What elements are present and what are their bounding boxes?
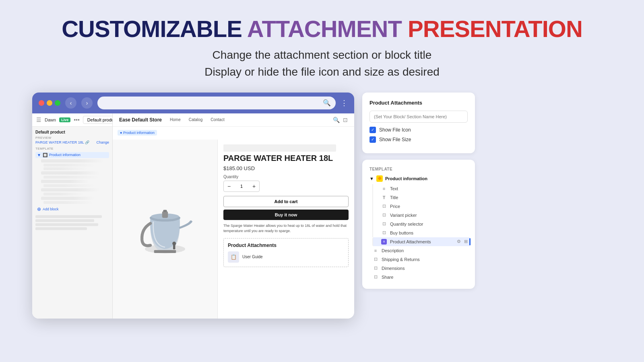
- show-file-size-checkbox[interactable]: ✓: [369, 136, 376, 143]
- description-label: Description: [382, 248, 404, 253]
- show-file-icon-checkbox[interactable]: ✓: [369, 127, 376, 133]
- store-content: PARGE WATER HEATER 18L $185.00 USD Quant…: [113, 140, 354, 319]
- store-search-icon[interactable]: 🔍: [333, 117, 340, 123]
- tree-child-text[interactable]: ≡ Text: [372, 184, 468, 193]
- block-name-input[interactable]: [369, 111, 468, 123]
- show-file-icon-label: Show File Icon: [379, 127, 411, 133]
- chevron-down-icon: ▼: [37, 153, 41, 157]
- attachment-item[interactable]: 📋 User Guide: [228, 251, 344, 263]
- sidebar-icon: ☰: [36, 117, 41, 123]
- store-preview: Ease Default Store Home Catalog Contact …: [113, 113, 354, 319]
- browser-mockup: ‹ › 🔍 ⋮ ☰ Dawn Live ••• Defau: [32, 93, 354, 319]
- tree-child-product-attachments[interactable]: A Product Attachments ⚙ ⊞: [372, 237, 470, 246]
- quantity-child-icon: ⊡: [381, 221, 387, 227]
- product-info-parent[interactable]: ▼ 🔶 Product information: [369, 175, 468, 182]
- template-select[interactable]: Default product: [83, 116, 113, 124]
- preview-link[interactable]: PARGE WATER HEATER 18L 🔗 Change: [35, 140, 109, 144]
- buy-now-button[interactable]: Buy it now: [223, 210, 349, 220]
- plus-icon: ⊕: [37, 206, 41, 212]
- tree-child-shipping[interactable]: ⊡ Shipping & Returns: [369, 255, 468, 264]
- share-label: Share: [382, 275, 393, 280]
- close-traffic-light[interactable]: [39, 100, 44, 106]
- title-word-2: ATTACHMENT: [247, 16, 402, 42]
- product-title-blur-1: [223, 144, 336, 152]
- editor-sidebar: ☰ Dawn Live ••• Default product ⊡ ↩ ↪ Sa…: [32, 113, 113, 319]
- sidebar-content: Default product PREVIEW PARGE WATER HEAT…: [32, 127, 112, 234]
- svg-rect-4: [163, 210, 167, 212]
- product-info-parent-icon: 🔶: [376, 175, 383, 182]
- template-card: TEMPLATE ▼ 🔶 Product information ≡ Text …: [362, 160, 475, 289]
- store-resize-icon: ⊡: [343, 117, 348, 123]
- add-to-cart-button[interactable]: Add to cart: [223, 196, 349, 207]
- change-link[interactable]: Change: [96, 140, 109, 144]
- product-attachments-card: Product Attachments ✓ Show File Icon ✓ S…: [362, 93, 475, 153]
- product-image: [121, 185, 209, 273]
- product-description: The Sparge Water Heater allows you to he…: [223, 223, 349, 234]
- tree-child-dimensions[interactable]: ⊡ Dimensions: [369, 264, 468, 273]
- quantity-selector[interactable]: − 1 +: [223, 181, 260, 192]
- subtitle: Change the attachment section or block t…: [62, 47, 582, 80]
- live-badge: Live: [59, 117, 70, 122]
- shipping-icon: ⊡: [373, 257, 378, 262]
- product-attachments-tree-label: Product Attachments: [390, 239, 431, 244]
- variant-child-icon: ⊡: [381, 212, 387, 218]
- drag-handle-icon[interactable]: ⊞: [464, 239, 468, 244]
- chevron-down-icon: ▼: [369, 176, 374, 181]
- nav-catalog[interactable]: Catalog: [189, 117, 202, 122]
- tree-child-title[interactable]: T Title: [372, 193, 468, 202]
- minimize-traffic-light[interactable]: [47, 100, 52, 106]
- tree-child-price[interactable]: ⊡ Price: [372, 202, 468, 211]
- preview-label: PREVIEW: [35, 136, 109, 140]
- forward-button[interactable]: ›: [81, 97, 93, 109]
- product-info-parent-label: Product information: [385, 176, 427, 181]
- back-button[interactable]: ‹: [65, 97, 76, 109]
- nav-home[interactable]: Home: [170, 117, 181, 122]
- product-image-area: [113, 140, 217, 319]
- attachment-name: User Guide: [242, 255, 263, 259]
- buy-buttons-icon: ⊡: [381, 230, 387, 236]
- store-logo: Ease Default Store: [119, 117, 162, 123]
- tree-child-description[interactable]: ≡ Description: [369, 246, 468, 255]
- quantity-value: 1: [234, 184, 249, 189]
- tree-child-buy-buttons[interactable]: ⊡ Buy buttons: [372, 228, 468, 237]
- template-card-label: TEMPLATE: [369, 167, 468, 171]
- title-word-1: CUSTOMIZABLE: [62, 16, 242, 42]
- content-area: ‹ › 🔍 ⋮ ☰ Dawn Live ••• Defau: [0, 93, 644, 319]
- template-tree-right: ▼ 🔶 Product information ≡ Text T Title ⊡…: [369, 175, 468, 282]
- traffic-lights: [39, 100, 60, 106]
- add-block-button[interactable]: ⊕ Add block: [35, 206, 109, 212]
- nav-contact[interactable]: Contact: [211, 117, 224, 122]
- header-section: CUSTOMIZABLE ATTACHMENT PRESENTATION Cha…: [54, 0, 590, 93]
- product-info-tag: ● Product information: [118, 130, 157, 136]
- browser-menu-button[interactable]: ⋮: [341, 99, 348, 107]
- price-child-icon: ⊡: [381, 204, 387, 209]
- shipping-label: Shipping & Returns: [382, 257, 420, 262]
- show-file-size-label: Show File Size: [379, 137, 411, 142]
- title-child-label: Title: [390, 195, 398, 200]
- buy-buttons-label: Buy buttons: [390, 230, 413, 235]
- default-product-label: Default product: [35, 130, 109, 134]
- svg-rect-5: [154, 250, 176, 253]
- title-child-icon: T: [381, 195, 387, 200]
- dimensions-label: Dimensions: [382, 266, 405, 271]
- editor-topbar: ☰ Dawn Live ••• Default product ⊡ ↩ ↪ Sa…: [32, 113, 112, 127]
- product-price: $185.00 USD: [223, 165, 349, 171]
- attachments-section: Product Attachments 📋 User Guide: [223, 238, 349, 267]
- product-attachments-card-title: Product Attachments: [369, 100, 468, 106]
- tree-child-share[interactable]: ⊡ Share: [369, 273, 468, 282]
- quantity-decrease-button[interactable]: −: [224, 181, 234, 191]
- gear-icon[interactable]: ⚙: [457, 239, 461, 244]
- product-information-tree-item[interactable]: ▼ 🔲 Product information: [35, 152, 109, 158]
- tree-child-quantity[interactable]: ⊡ Quantity selector: [372, 220, 468, 228]
- description-icon: ≡: [373, 248, 378, 253]
- quantity-child-label: Quantity selector: [390, 222, 423, 226]
- title-word-3: PRESENTATION: [408, 16, 582, 42]
- variant-child-label: Variant picker: [390, 213, 417, 218]
- tree-child-variant[interactable]: ⊡ Variant picker: [372, 211, 468, 220]
- quantity-increase-button[interactable]: +: [249, 181, 259, 191]
- share-icon: ⊡: [373, 274, 378, 280]
- maximize-traffic-light[interactable]: [55, 100, 60, 106]
- address-bar[interactable]: 🔍: [97, 97, 336, 109]
- kettle-illustration: [129, 189, 201, 269]
- browser-toolbar: ‹ › 🔍 ⋮: [32, 93, 354, 113]
